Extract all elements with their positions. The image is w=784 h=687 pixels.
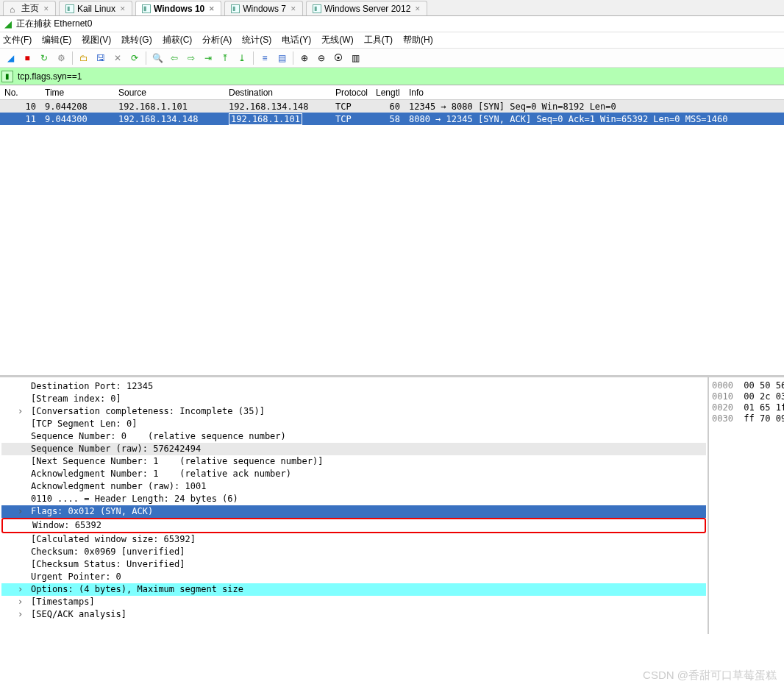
- open-file-icon[interactable]: 🗀: [76, 51, 91, 65]
- tab-label: 主页: [21, 2, 39, 15]
- menu-wireless[interactable]: 无线(W): [321, 34, 353, 46]
- detail-line[interactable]: Window: 65392: [1, 518, 706, 533]
- detail-line[interactable]: [Next Sequence Number: 1 (relative seque…: [1, 455, 706, 468]
- zoom-out-icon[interactable]: ⊖: [314, 51, 329, 65]
- colorize-icon[interactable]: ▤: [274, 51, 289, 65]
- close-icon[interactable]: ✕: [43, 5, 49, 13]
- packet-row[interactable]: 10 9.044208 192.168.1.101 192.168.134.14…: [0, 100, 784, 113]
- menu-help[interactable]: 帮助(H): [403, 34, 433, 46]
- close-icon[interactable]: ✕: [291, 5, 296, 13]
- detail-line[interactable]: [Checksum Status: Unverified]: [1, 558, 706, 571]
- col-no[interactable]: No.: [0, 86, 40, 99]
- tab-kali[interactable]: ▮Kail Linux✕: [59, 1, 132, 15]
- menu-stats[interactable]: 统计(S): [242, 34, 271, 46]
- detail-line[interactable]: [Conversation completeness: Incomplete (…: [1, 405, 706, 418]
- toolbar: ◢ ■ ↻ ⚙ 🗀 🖫 ✕ ⟳ 🔍 ⇦ ⇨ ⇥ ⤒ ⤓ ≡ ▤ ⊕ ⊖ ⦿ ▥: [0, 49, 784, 68]
- start-capture-icon[interactable]: ◢: [3, 51, 18, 65]
- col-protocol[interactable]: Protocol: [331, 86, 371, 99]
- reload-icon[interactable]: ⟳: [127, 51, 142, 65]
- menu-bar: 文件(F) 编辑(E) 视图(V) 跳转(G) 捕获(C) 分析(A) 统计(S…: [0, 32, 784, 49]
- detail-line[interactable]: Options: (4 bytes), Maximum segment size: [1, 583, 706, 596]
- detail-line[interactable]: Acknowledgment number (raw): 1001: [1, 480, 706, 493]
- detail-line[interactable]: Acknowledgment Number: 1 (relative ack n…: [1, 468, 706, 480]
- tab-label: Kail Linux: [77, 4, 115, 14]
- detail-line[interactable]: [Timestamps]: [1, 596, 706, 608]
- col-info[interactable]: Info: [405, 86, 784, 99]
- wireshark-icon: ◢: [4, 18, 12, 29]
- packet-row-selected[interactable]: 11 9.044300 192.168.134.148 192.168.1.10…: [0, 113, 784, 125]
- close-icon[interactable]: ✕: [120, 5, 126, 13]
- detail-line[interactable]: Destination Port: 12345: [1, 380, 706, 393]
- vm-icon: ▮: [65, 4, 74, 13]
- tab-win10[interactable]: ▮Windows 10✕: [135, 1, 221, 15]
- menu-view[interactable]: 视图(V): [82, 34, 111, 46]
- zoom-reset-icon[interactable]: ⦿: [331, 51, 346, 65]
- close-icon[interactable]: ✕: [209, 5, 215, 13]
- separator: [293, 51, 293, 65]
- vm-icon: ▮: [142, 4, 151, 13]
- packet-list-header: No. Time Source Destination Protocol Len…: [0, 85, 784, 100]
- detail-line[interactable]: Urgent Pointer: 0: [1, 571, 706, 583]
- menu-telephony[interactable]: 电话(Y): [282, 34, 311, 46]
- detail-line[interactable]: Flags: 0x012 (SYN, ACK): [1, 505, 706, 518]
- hex-line[interactable]: 0010 00 2c 03: [712, 391, 781, 402]
- packet-bytes-pane[interactable]: 0000 00 50 560010 00 2c 030020 01 65 1f0…: [708, 377, 784, 634]
- tab-label: Windows 7: [243, 4, 286, 14]
- home-icon: [10, 4, 18, 13]
- packet-details-tree[interactable]: Destination Port: 12345[Stream index: 0]…: [0, 377, 708, 634]
- separator: [253, 51, 254, 65]
- capture-options-icon[interactable]: ⚙: [54, 51, 68, 65]
- col-time[interactable]: Time: [40, 86, 114, 99]
- vm-icon: ▮: [313, 4, 321, 13]
- packet-list[interactable]: 10 9.044208 192.168.1.101 192.168.134.14…: [0, 100, 784, 377]
- go-last-icon[interactable]: ⤓: [235, 51, 249, 65]
- vm-icon: ▮: [231, 4, 240, 13]
- separator: [146, 51, 146, 65]
- tab-winserver[interactable]: ▮Windows Server 2012✕: [306, 1, 427, 15]
- find-packet-icon[interactable]: 🔍: [150, 51, 165, 65]
- tab-win7[interactable]: ▮Windows 7✕: [224, 1, 303, 15]
- close-icon[interactable]: ✕: [415, 5, 421, 13]
- col-source[interactable]: Source: [114, 86, 224, 99]
- menu-file[interactable]: 文件(F): [3, 34, 32, 46]
- display-filter-input[interactable]: [16, 71, 783, 82]
- resize-columns-icon[interactable]: ▥: [348, 51, 363, 65]
- hex-line[interactable]: 0000 00 50 56: [712, 380, 781, 391]
- tab-label: Windows Server 2012: [324, 4, 410, 14]
- zoom-in-icon[interactable]: ⊕: [297, 51, 312, 65]
- detail-line[interactable]: Sequence Number: 0 (relative sequence nu…: [1, 430, 706, 443]
- go-back-icon[interactable]: ⇦: [167, 51, 182, 65]
- detail-line[interactable]: Sequence Number (raw): 576242494: [1, 443, 706, 455]
- menu-edit[interactable]: 编辑(E): [42, 34, 71, 46]
- menu-go[interactable]: 跳转(G): [121, 34, 152, 46]
- detail-line[interactable]: [Stream index: 0]: [1, 393, 706, 405]
- tab-label: Windows 10: [154, 4, 204, 14]
- tab-home[interactable]: 主页✕: [3, 1, 56, 15]
- menu-capture[interactable]: 捕获(C): [163, 34, 193, 46]
- window-title: 正在捕获 Ethernet0: [16, 18, 92, 30]
- go-first-icon[interactable]: ⤒: [218, 51, 232, 65]
- col-destination[interactable]: Destination: [224, 86, 331, 99]
- detail-line[interactable]: [SEQ/ACK analysis]: [1, 608, 706, 621]
- autoscroll-icon[interactable]: ≡: [257, 51, 272, 65]
- window-titlebar: ◢ 正在捕获 Ethernet0: [0, 16, 784, 32]
- hex-line[interactable]: 0030 ff 70 09: [712, 413, 781, 424]
- filter-bookmark-icon[interactable]: ▮: [1, 71, 13, 82]
- go-to-icon[interactable]: ⇥: [201, 51, 215, 65]
- vm-tab-bar: 主页✕ ▮Kail Linux✕ ▮Windows 10✕ ▮Windows 7…: [0, 0, 784, 16]
- save-file-icon[interactable]: 🖫: [93, 51, 108, 65]
- menu-tools[interactable]: 工具(T): [364, 34, 393, 46]
- separator: [72, 51, 73, 65]
- col-length[interactable]: Lengtl: [371, 86, 405, 99]
- detail-line[interactable]: Checksum: 0x0969 [unverified]: [1, 546, 706, 558]
- go-forward-icon[interactable]: ⇨: [184, 51, 199, 65]
- detail-line[interactable]: [TCP Segment Len: 0]: [1, 418, 706, 430]
- close-file-icon[interactable]: ✕: [110, 51, 125, 65]
- menu-analyze[interactable]: 分析(A): [202, 34, 232, 46]
- display-filter-bar: ▮: [0, 68, 784, 85]
- detail-line[interactable]: [Calculated window size: 65392]: [1, 533, 706, 546]
- stop-capture-icon[interactable]: ■: [20, 51, 35, 65]
- restart-capture-icon[interactable]: ↻: [37, 51, 51, 65]
- detail-line[interactable]: 0110 .... = Header Length: 24 bytes (6): [1, 493, 706, 505]
- hex-line[interactable]: 0020 01 65 1f: [712, 402, 781, 413]
